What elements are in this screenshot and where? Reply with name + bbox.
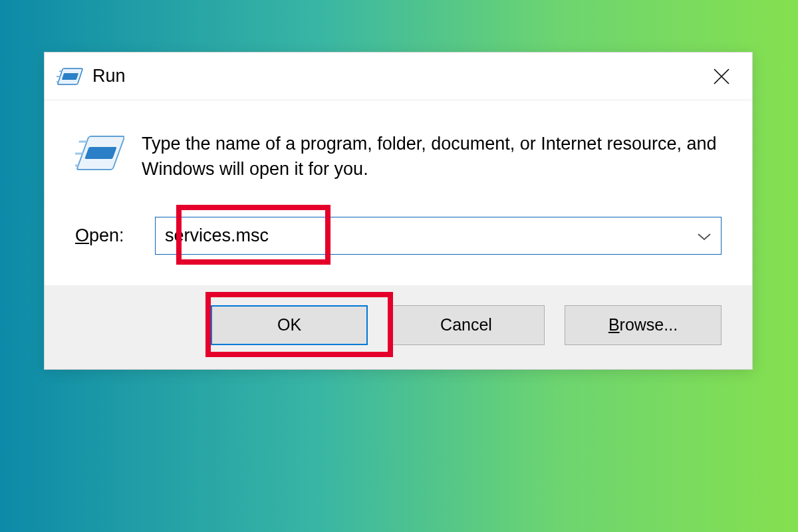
ok-button[interactable]: OK	[211, 305, 368, 345]
chevron-down-icon[interactable]	[697, 225, 712, 246]
run-icon	[57, 66, 83, 86]
svg-rect-8	[84, 147, 117, 159]
dialog-footer: OK Cancel Browse...	[45, 285, 752, 369]
open-label: Open:	[75, 225, 139, 246]
close-button[interactable]	[706, 61, 737, 92]
svg-rect-1	[62, 73, 78, 80]
dialog-content: Type the name of a program, folder, docu…	[45, 100, 752, 285]
open-combobox[interactable]: services.msc	[155, 217, 722, 255]
titlebar: Run	[45, 53, 752, 100]
open-input-value: services.msc	[165, 225, 269, 246]
close-icon	[713, 68, 730, 85]
dialog-title: Run	[92, 66, 706, 86]
cancel-button[interactable]: Cancel	[388, 305, 545, 345]
run-large-icon	[75, 134, 124, 176]
dialog-description: Type the name of a program, folder, docu…	[142, 131, 722, 182]
run-dialog: Run Type the name of	[44, 52, 753, 370]
browse-button[interactable]: Browse...	[565, 305, 722, 345]
